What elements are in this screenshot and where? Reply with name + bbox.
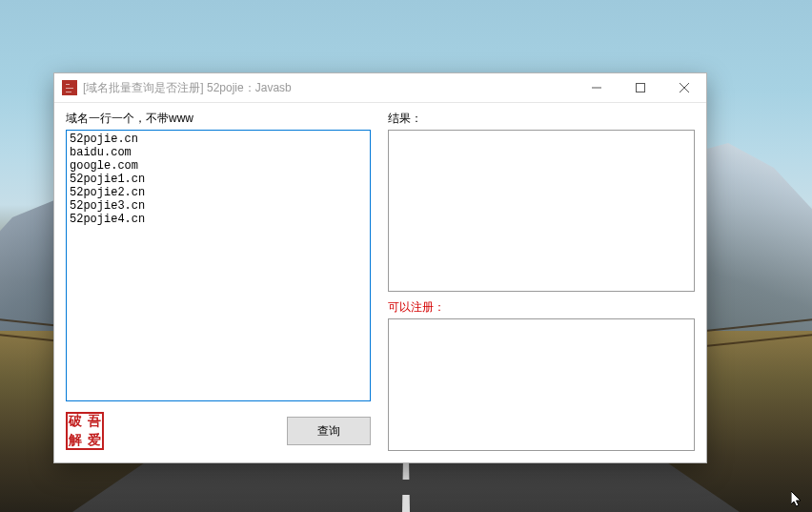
client-area: 域名一行一个，不带www 破 吾 解 爱 查询 结果： 可以注册： [54,103,706,462]
domains-input[interactable] [66,130,371,401]
desktop-wallpaper: [域名批量查询是否注册] 52pojie：Javasb 域名一行一个，不带www [0,0,812,512]
result-label: 结果： [388,111,695,126]
maximize-icon [636,83,645,92]
maximize-button[interactable] [619,73,662,102]
logo-seal: 破 吾 解 爱 [66,412,104,450]
close-icon [680,83,689,92]
seal-char: 爱 [85,431,104,450]
app-icon [62,80,77,95]
query-button[interactable]: 查询 [287,417,371,445]
bottom-row: 破 吾 解 爱 查询 [66,411,371,451]
svg-rect-1 [637,84,645,92]
titlebar[interactable]: [域名批量查询是否注册] 52pojie：Javasb [54,73,706,103]
seal-char: 破 [66,412,85,431]
close-button[interactable] [662,73,706,102]
available-output[interactable] [388,318,695,451]
minimize-icon [592,83,601,92]
minimize-button[interactable] [575,73,619,102]
left-column: 域名一行一个，不带www 破 吾 解 爱 查询 [66,111,371,451]
seal-char: 解 [66,431,85,450]
window-controls [575,73,706,102]
domains-label: 域名一行一个，不带www [66,111,371,126]
window-title: [域名批量查询是否注册] 52pojie：Javasb [83,80,292,96]
available-label: 可以注册： [388,299,695,315]
result-output[interactable] [388,130,695,292]
right-column: 结果： 可以注册： [388,111,695,451]
app-window: [域名批量查询是否注册] 52pojie：Javasb 域名一行一个，不带www [53,72,707,463]
seal-char: 吾 [85,412,104,431]
